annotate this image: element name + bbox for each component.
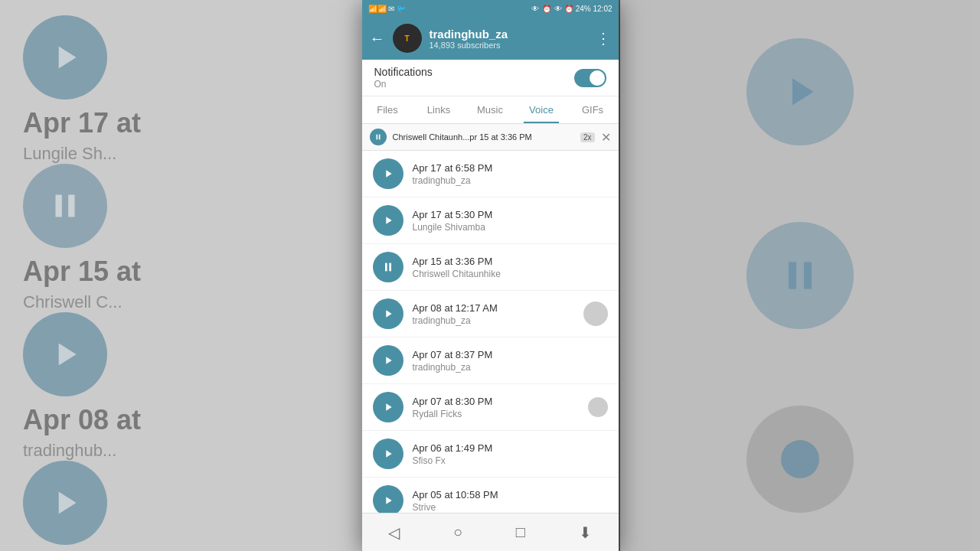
clock-icon: ⏰ — [542, 5, 551, 13]
voice-item-3: Apr 15 at 3:36 PM Chriswell Chitaunhike — [362, 244, 619, 291]
mini-player-text: Chriswell Chitaunh...pr 15 at 3:36 PM — [393, 132, 574, 142]
nav-back-button[interactable]: ◁ — [388, 523, 400, 542]
status-bar: 📶📶 ✉ 🐦 👁 ⏰ 👁 ⏰ 24% 12:02 — [362, 0, 619, 17]
item-info-2: Apr 17 at 5:30 PM Lungile Shivamba — [413, 209, 608, 233]
item-info-3: Apr 15 at 3:36 PM Chriswell Chitaunhike — [413, 256, 608, 279]
status-left: 📶📶 ✉ 🐦 — [368, 5, 407, 13]
back-button[interactable]: ← — [370, 30, 385, 47]
item-info-5: Apr 07 at 8:37 PM tradinghub_za — [413, 349, 608, 373]
item-info-1: Apr 17 at 6:58 PM tradinghub_za — [413, 162, 608, 186]
tab-gifs-label: GIFs — [582, 104, 603, 116]
speed-badge[interactable]: 2x — [580, 132, 595, 142]
item-date-1: Apr 17 at 6:58 PM — [413, 162, 608, 174]
item-date-4: Apr 08 at 12:17 AM — [413, 302, 574, 314]
item-sender-5: tradinghub_za — [413, 362, 608, 373]
mini-player: Chriswell Chitaunh...pr 15 at 3:36 PM 2x… — [362, 124, 619, 151]
item-info-4: Apr 08 at 12:17 AM tradinghub_za — [413, 302, 574, 326]
item-sender-1: tradinghub_za — [413, 175, 608, 186]
voice-list: Apr 17 at 6:58 PM tradinghub_za Apr 17 a… — [362, 151, 619, 513]
channel-info: tradinghub_za 14,893 subscribers — [430, 28, 588, 50]
tab-gifs[interactable]: GIFs — [567, 96, 619, 123]
channel-name: tradinghub_za — [430, 28, 588, 41]
svg-rect-2 — [378, 135, 380, 140]
channel-avatar: T — [393, 24, 422, 53]
toggle-knob — [590, 70, 605, 86]
voice-item-6: Apr 07 at 8:30 PM Rydall Ficks — [362, 384, 619, 431]
voice-item-8: Apr 05 at 10:58 PM Strive — [362, 478, 619, 513]
voice-item-2: Apr 17 at 5:30 PM Lungile Shivamba — [362, 197, 619, 244]
tab-music-label: Music — [477, 104, 503, 116]
notifications-label: Notifications — [374, 66, 433, 78]
item-sender-8: Strive — [413, 502, 608, 513]
tab-files-label: Files — [377, 104, 397, 116]
channel-subscribers: 14,893 subscribers — [430, 41, 588, 50]
nav-download-button[interactable]: ⬇ — [579, 523, 592, 542]
menu-button[interactable]: ⋮ — [596, 29, 611, 47]
tab-voice-label: Voice — [529, 104, 554, 116]
play-button-8[interactable] — [373, 485, 403, 513]
play-button-1[interactable] — [373, 158, 403, 189]
notifications-bar: Notifications On — [362, 60, 619, 96]
media-tabs: Files Links Music Voice GIFs — [362, 96, 619, 124]
tab-music[interactable]: Music — [465, 96, 516, 123]
svg-rect-3 — [385, 263, 387, 272]
item-sender-6: Rydall Ficks — [413, 409, 579, 419]
progress-indicator-6 — [588, 397, 608, 417]
channel-header: ← T tradinghub_za 14,893 subscribers ⋮ — [362, 17, 619, 60]
item-date-2: Apr 17 at 5:30 PM — [413, 209, 608, 220]
item-date-6: Apr 07 at 8:30 PM — [413, 396, 579, 407]
tab-voice[interactable]: Voice — [516, 96, 567, 123]
eye-icon: 👁 — [531, 5, 539, 13]
nav-recent-button[interactable]: □ — [516, 523, 525, 541]
item-date-5: Apr 07 at 8:37 PM — [413, 349, 608, 360]
notifications-info: Notifications On — [374, 66, 433, 90]
signal-icons: 📶📶 ✉ 🐦 — [368, 5, 407, 13]
notifications-status: On — [374, 79, 433, 90]
pause-button-3[interactable] — [373, 252, 403, 282]
battery-text: 👁 ⏰ 24% 12:02 — [554, 5, 612, 13]
play-button-5[interactable] — [373, 345, 403, 376]
progress-indicator-4 — [583, 302, 608, 326]
item-sender-4: tradinghub_za — [413, 315, 574, 326]
nav-home-button[interactable]: ○ — [453, 523, 462, 541]
svg-rect-1 — [376, 135, 377, 140]
item-sender-2: Lungile Shivamba — [413, 222, 608, 233]
item-date-8: Apr 05 at 10:58 PM — [413, 489, 608, 500]
svg-point-0 — [781, 440, 819, 478]
voice-item-1: Apr 17 at 6:58 PM tradinghub_za — [362, 151, 619, 197]
item-info-6: Apr 07 at 8:30 PM Rydall Ficks — [413, 396, 579, 419]
play-button-2[interactable] — [373, 205, 403, 236]
phone-container: 📶📶 ✉ 🐦 👁 ⏰ 👁 ⏰ 24% 12:02 ← T tradinghub_… — [362, 0, 619, 551]
item-sender-3: Chriswell Chitaunhike — [413, 269, 608, 279]
mini-player-close[interactable]: ✕ — [601, 130, 611, 145]
voice-item-5: Apr 07 at 8:37 PM tradinghub_za — [362, 337, 619, 384]
voice-item-7: Apr 06 at 1:49 PM Sfiso Fx — [362, 431, 619, 478]
item-date-7: Apr 06 at 1:49 PM — [413, 442, 608, 454]
item-info-7: Apr 06 at 1:49 PM Sfiso Fx — [413, 442, 608, 466]
play-button-4[interactable] — [373, 298, 403, 329]
svg-rect-4 — [389, 263, 391, 272]
tab-links[interactable]: Links — [413, 96, 465, 123]
mini-pause-button[interactable] — [370, 129, 387, 145]
item-info-8: Apr 05 at 10:58 PM Strive — [413, 489, 608, 513]
voice-item-4: Apr 08 at 12:17 AM tradinghub_za — [362, 291, 619, 337]
play-button-6[interactable] — [373, 392, 403, 422]
play-button-7[interactable] — [373, 439, 403, 469]
notifications-toggle[interactable] — [574, 69, 606, 87]
item-sender-7: Sfiso Fx — [413, 455, 608, 466]
avatar-text: T — [404, 34, 409, 43]
status-right: 👁 ⏰ 👁 ⏰ 24% 12:02 — [531, 5, 612, 13]
background-right — [620, 0, 980, 551]
bottom-navigation: ◁ ○ □ ⬇ — [362, 513, 619, 551]
tab-links-label: Links — [427, 104, 450, 116]
item-date-3: Apr 15 at 3:36 PM — [413, 256, 608, 267]
tab-files[interactable]: Files — [362, 96, 413, 123]
background-left: Apr 17 at Lungile Sh... Apr 15 at Chrisw… — [0, 0, 368, 551]
